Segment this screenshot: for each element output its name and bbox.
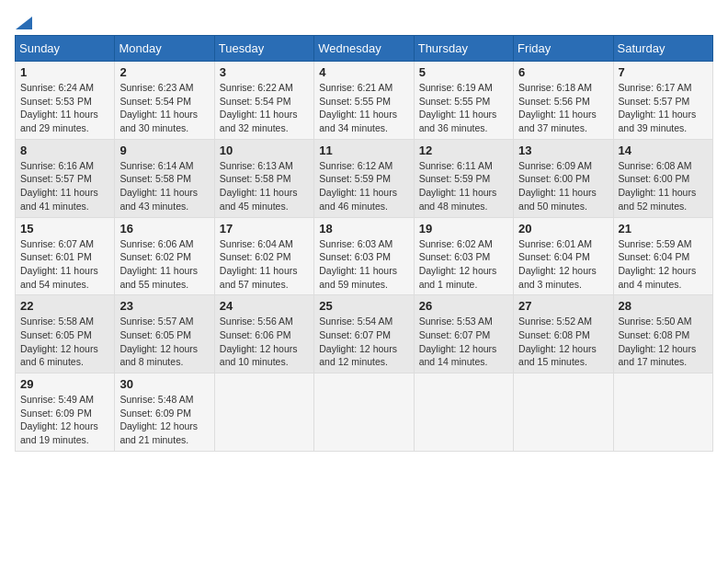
page-header bbox=[15, 15, 713, 28]
calendar-day-cell bbox=[214, 373, 313, 452]
day-number: 26 bbox=[419, 299, 508, 313]
day-of-week-header: Friday bbox=[514, 36, 613, 62]
day-info: Sunrise: 6:06 AM Sunset: 6:02 PM Dayligh… bbox=[119, 237, 209, 292]
day-info: Sunrise: 5:49 AM Sunset: 6:09 PM Dayligh… bbox=[20, 393, 109, 447]
day-of-week-header: Monday bbox=[115, 36, 214, 62]
calendar-week-row: 22Sunrise: 5:58 AM Sunset: 6:05 PM Dayli… bbox=[16, 295, 713, 373]
day-number: 16 bbox=[119, 222, 209, 236]
calendar-day-cell: 10Sunrise: 6:13 AM Sunset: 5:58 PM Dayli… bbox=[214, 139, 313, 217]
calendar-day-cell bbox=[514, 373, 613, 452]
day-info: Sunrise: 5:52 AM Sunset: 6:08 PM Dayligh… bbox=[518, 315, 608, 369]
day-number: 1 bbox=[20, 65, 109, 79]
day-info: Sunrise: 6:08 AM Sunset: 6:00 PM Dayligh… bbox=[619, 159, 708, 213]
calendar-day-cell: 4Sunrise: 6:21 AM Sunset: 5:55 PM Daylig… bbox=[314, 62, 414, 140]
day-info: Sunrise: 6:09 AM Sunset: 6:00 PM Dayligh… bbox=[518, 159, 608, 213]
day-number: 11 bbox=[319, 144, 408, 157]
day-info: Sunrise: 6:14 AM Sunset: 5:58 PM Dayligh… bbox=[119, 159, 209, 213]
day-info: Sunrise: 6:02 AM Sunset: 6:03 PM Dayligh… bbox=[419, 237, 508, 292]
calendar-day-cell: 29Sunrise: 5:49 AM Sunset: 6:09 PM Dayli… bbox=[16, 373, 115, 452]
day-info: Sunrise: 6:12 AM Sunset: 5:59 PM Dayligh… bbox=[319, 159, 408, 213]
day-number: 5 bbox=[419, 65, 508, 79]
calendar-day-cell: 5Sunrise: 6:19 AM Sunset: 5:55 PM Daylig… bbox=[414, 62, 513, 140]
logo bbox=[15, 15, 33, 28]
day-number: 6 bbox=[518, 65, 608, 79]
day-info: Sunrise: 6:17 AM Sunset: 5:57 PM Dayligh… bbox=[619, 81, 708, 135]
day-number: 25 bbox=[319, 299, 408, 313]
calendar-day-cell: 22Sunrise: 5:58 AM Sunset: 6:05 PM Dayli… bbox=[16, 295, 115, 373]
calendar-day-cell bbox=[314, 373, 414, 452]
day-number: 28 bbox=[619, 299, 708, 313]
calendar-day-cell: 2Sunrise: 6:23 AM Sunset: 5:54 PM Daylig… bbox=[115, 62, 214, 140]
calendar-header-row: SundayMondayTuesdayWednesdayThursdayFrid… bbox=[16, 36, 713, 62]
day-number: 18 bbox=[319, 222, 408, 236]
calendar-day-cell bbox=[414, 373, 513, 452]
calendar-day-cell: 17Sunrise: 6:04 AM Sunset: 6:02 PM Dayli… bbox=[214, 217, 313, 295]
day-info: Sunrise: 5:50 AM Sunset: 6:08 PM Dayligh… bbox=[619, 315, 708, 369]
calendar-day-cell: 23Sunrise: 5:57 AM Sunset: 6:05 PM Dayli… bbox=[115, 295, 214, 373]
svg-marker-0 bbox=[16, 17, 32, 29]
day-info: Sunrise: 5:53 AM Sunset: 6:07 PM Dayligh… bbox=[419, 315, 508, 369]
calendar-day-cell: 30Sunrise: 5:48 AM Sunset: 6:09 PM Dayli… bbox=[115, 373, 214, 452]
calendar-day-cell: 7Sunrise: 6:17 AM Sunset: 5:57 PM Daylig… bbox=[613, 62, 712, 140]
day-info: Sunrise: 6:04 AM Sunset: 6:02 PM Dayligh… bbox=[220, 237, 309, 292]
day-info: Sunrise: 6:07 AM Sunset: 6:01 PM Dayligh… bbox=[20, 237, 109, 292]
calendar-day-cell: 3Sunrise: 6:22 AM Sunset: 5:54 PM Daylig… bbox=[214, 62, 313, 140]
day-info: Sunrise: 5:59 AM Sunset: 6:04 PM Dayligh… bbox=[619, 237, 708, 292]
day-number: 19 bbox=[419, 222, 508, 236]
day-number: 2 bbox=[119, 65, 209, 79]
day-info: Sunrise: 5:48 AM Sunset: 6:09 PM Dayligh… bbox=[119, 393, 209, 447]
day-info: Sunrise: 6:16 AM Sunset: 5:57 PM Dayligh… bbox=[20, 159, 109, 213]
day-of-week-header: Tuesday bbox=[214, 36, 313, 62]
day-info: Sunrise: 6:19 AM Sunset: 5:55 PM Dayligh… bbox=[419, 81, 508, 135]
day-info: Sunrise: 5:54 AM Sunset: 6:07 PM Dayligh… bbox=[319, 315, 408, 369]
calendar-day-cell: 15Sunrise: 6:07 AM Sunset: 6:01 PM Dayli… bbox=[16, 217, 115, 295]
day-number: 9 bbox=[119, 144, 209, 157]
day-info: Sunrise: 6:22 AM Sunset: 5:54 PM Dayligh… bbox=[220, 81, 309, 135]
calendar-day-cell: 26Sunrise: 5:53 AM Sunset: 6:07 PM Dayli… bbox=[414, 295, 513, 373]
calendar-day-cell: 21Sunrise: 5:59 AM Sunset: 6:04 PM Dayli… bbox=[613, 217, 712, 295]
day-number: 27 bbox=[518, 299, 608, 313]
day-info: Sunrise: 6:01 AM Sunset: 6:04 PM Dayligh… bbox=[518, 237, 608, 292]
logo-icon bbox=[16, 17, 32, 29]
day-number: 14 bbox=[619, 144, 708, 157]
day-number: 30 bbox=[119, 377, 209, 391]
day-info: Sunrise: 6:18 AM Sunset: 5:56 PM Dayligh… bbox=[518, 81, 608, 135]
calendar-day-cell: 20Sunrise: 6:01 AM Sunset: 6:04 PM Dayli… bbox=[514, 217, 613, 295]
day-info: Sunrise: 6:11 AM Sunset: 5:59 PM Dayligh… bbox=[419, 159, 508, 213]
day-info: Sunrise: 5:57 AM Sunset: 6:05 PM Dayligh… bbox=[119, 315, 209, 369]
calendar-day-cell: 11Sunrise: 6:12 AM Sunset: 5:59 PM Dayli… bbox=[314, 139, 414, 217]
calendar-week-row: 29Sunrise: 5:49 AM Sunset: 6:09 PM Dayli… bbox=[16, 373, 713, 452]
calendar-day-cell: 18Sunrise: 6:03 AM Sunset: 6:03 PM Dayli… bbox=[314, 217, 414, 295]
day-number: 3 bbox=[220, 65, 309, 79]
day-info: Sunrise: 6:03 AM Sunset: 6:03 PM Dayligh… bbox=[319, 237, 408, 292]
day-number: 22 bbox=[20, 299, 109, 313]
calendar-day-cell: 9Sunrise: 6:14 AM Sunset: 5:58 PM Daylig… bbox=[115, 139, 214, 217]
day-number: 29 bbox=[20, 377, 109, 391]
calendar-day-cell: 28Sunrise: 5:50 AM Sunset: 6:08 PM Dayli… bbox=[613, 295, 712, 373]
calendar-day-cell: 19Sunrise: 6:02 AM Sunset: 6:03 PM Dayli… bbox=[414, 217, 513, 295]
day-number: 10 bbox=[220, 144, 309, 157]
calendar-day-cell: 6Sunrise: 6:18 AM Sunset: 5:56 PM Daylig… bbox=[514, 62, 613, 140]
calendar-week-row: 1Sunrise: 6:24 AM Sunset: 5:53 PM Daylig… bbox=[16, 62, 713, 140]
day-number: 15 bbox=[20, 222, 109, 236]
calendar-day-cell: 14Sunrise: 6:08 AM Sunset: 6:00 PM Dayli… bbox=[613, 139, 712, 217]
day-of-week-header: Thursday bbox=[414, 36, 513, 62]
calendar-week-row: 15Sunrise: 6:07 AM Sunset: 6:01 PM Dayli… bbox=[16, 217, 713, 295]
day-info: Sunrise: 6:23 AM Sunset: 5:54 PM Dayligh… bbox=[119, 81, 209, 135]
calendar-day-cell: 12Sunrise: 6:11 AM Sunset: 5:59 PM Dayli… bbox=[414, 139, 513, 217]
day-of-week-header: Sunday bbox=[16, 36, 115, 62]
calendar-day-cell: 13Sunrise: 6:09 AM Sunset: 6:00 PM Dayli… bbox=[514, 139, 613, 217]
calendar-day-cell: 1Sunrise: 6:24 AM Sunset: 5:53 PM Daylig… bbox=[16, 62, 115, 140]
day-number: 4 bbox=[319, 65, 408, 79]
day-number: 17 bbox=[220, 222, 309, 236]
calendar-table: SundayMondayTuesdayWednesdayThursdayFrid… bbox=[15, 35, 713, 452]
day-info: Sunrise: 5:56 AM Sunset: 6:06 PM Dayligh… bbox=[220, 315, 309, 369]
day-number: 24 bbox=[220, 299, 309, 313]
calendar-day-cell: 8Sunrise: 6:16 AM Sunset: 5:57 PM Daylig… bbox=[16, 139, 115, 217]
day-info: Sunrise: 6:21 AM Sunset: 5:55 PM Dayligh… bbox=[319, 81, 408, 135]
calendar-day-cell: 25Sunrise: 5:54 AM Sunset: 6:07 PM Dayli… bbox=[314, 295, 414, 373]
day-of-week-header: Wednesday bbox=[314, 36, 414, 62]
day-number: 7 bbox=[619, 65, 708, 79]
day-number: 20 bbox=[518, 222, 608, 236]
day-number: 13 bbox=[518, 144, 608, 157]
